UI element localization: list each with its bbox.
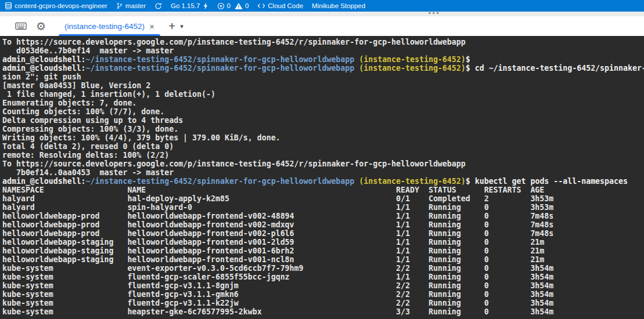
cloud-code-status-item[interactable]: Cloud Code: [257, 0, 303, 12]
git-branch-status-item[interactable]: master: [116, 0, 146, 12]
sync-icon: [154, 2, 162, 10]
tab-instance-testing-6452[interactable]: (instance-testing-6452) ×: [59, 16, 160, 36]
database-icon: [5, 2, 12, 10]
go-version-label: Go 1.15.7: [171, 2, 200, 9]
sync-status-item[interactable]: [154, 0, 162, 12]
gear-icon[interactable]: ⚙: [36, 21, 46, 32]
panel-drag-strip: •••: [0, 12, 644, 16]
error-count: 0: [227, 2, 231, 9]
project-label: content-gcpro-devops-engineer: [15, 2, 107, 9]
terminal-output[interactable]: To https://source.developers.google.com/…: [0, 36, 644, 319]
new-tab-button[interactable]: +: [168, 19, 175, 33]
code-icon: [257, 2, 265, 9]
cloud-code-label: Cloud Code: [268, 2, 303, 9]
tab-label: (instance-testing-6452): [64, 22, 145, 31]
status-bar: content-gcpro-devops-engineer master Go …: [0, 0, 644, 12]
keyboard-icon[interactable]: [15, 21, 27, 31]
warning-count: 0: [245, 2, 249, 9]
close-icon[interactable]: ×: [149, 22, 154, 31]
warning-icon: [235, 2, 243, 10]
error-icon: [217, 2, 225, 10]
branch-label: master: [125, 2, 146, 9]
problems-status-item[interactable]: 0 0: [217, 0, 249, 12]
minikube-status-item[interactable]: Minikube Stopped: [312, 0, 365, 12]
git-branch-icon: [116, 2, 123, 10]
minikube-label: Minikube Stopped: [312, 2, 365, 9]
lightning-icon: [203, 2, 208, 10]
terminal-tab-bar: ⚙ (instance-testing-6452) × + ▾: [0, 16, 644, 36]
more-options-icon[interactable]: •••: [429, 9, 441, 16]
project-status-item[interactable]: content-gcpro-devops-engineer: [5, 0, 107, 12]
chevron-down-icon[interactable]: ▾: [180, 23, 184, 30]
go-version-status-item[interactable]: Go 1.15.7: [171, 0, 208, 12]
